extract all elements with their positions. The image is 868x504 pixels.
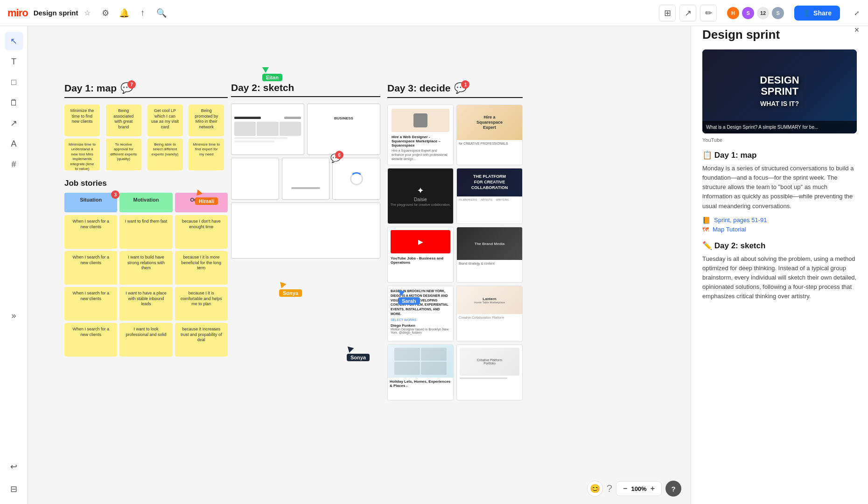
zoom-control: − 100% + [616,481,662,496]
day3-badge: 1 [461,80,469,89]
video-overlay-text: DESIGN SPRINTWHAT IS IT? [741,75,819,109]
sprint-pages-link[interactable]: 📙 Sprint, pages 51-91 [702,217,857,224]
story4-motivation: I want to look professional and solid [119,323,172,357]
sticky-goal-8: Minimize time to find expert for my need [189,139,224,170]
draw-tool[interactable]: ↗ [5,114,23,133]
story3-situation: When I search for a new clients [64,287,117,321]
share-upload-icon[interactable]: ↑ [135,6,150,21]
sticky-goal-1: Minimize the time to find new clients [64,105,100,136]
sticky-goal-4: Being promoted by Miro in their network [189,105,224,136]
avatars: H S 12 S [726,6,785,20]
map-tutorial-link[interactable]: 🗺 Map Tutorial [702,226,857,233]
story3-motivation: I want to have a place with stable inbou… [119,287,172,321]
wireframe-grid-top: BUSINESS [231,104,380,155]
wireframe-4 [282,158,330,200]
thumb-daisie: ✦ Daisie The playground for creative col… [387,168,454,224]
story2-situation: When I search for a new clients [64,251,117,285]
day3-section: Day 3: decide 💬 1 Hire a Web Designer - … [387,82,523,400]
topbar-icons: ⚙ 🔔 ↑ 🔍 [98,6,169,21]
wireframe-1 [231,104,304,155]
thumb-holiday: Holiday Lets, Homes, Experiences & Place… [387,344,454,400]
panel-settings-icon[interactable]: 📌 [849,0,864,4]
comment-badge-day2[interactable]: 💬 6 [330,153,341,163]
grid-tool[interactable]: ⊞ [659,5,676,21]
story2-motivation: I want to build have strong relations wi… [119,251,172,285]
canvas: Eitan Himali Sonya Sonya Sarah Day 1: ma… [28,26,691,504]
decide-thumbnails: Hire a Web Designer - Squarespace Market… [387,105,523,400]
star-icon[interactable]: ☆ [84,8,91,17]
shape-tool[interactable]: □ [5,73,23,91]
search-icon[interactable]: 🔍 [154,6,169,21]
day1-badge: 7 [127,80,136,89]
help-button[interactable]: ? [665,481,681,497]
right-panel: 📌 Note ↑ ⤢ ✕ Design sprint DESIGN SPRINT… [691,0,868,504]
wireframe-6 [231,203,380,259]
text-tool[interactable]: T [5,52,23,71]
pen-tool[interactable]: ✏ [700,5,717,21]
situation-header: Situation 3 [64,193,117,212]
share-icon: 👤 [803,9,811,17]
avatar-3: S [771,6,785,20]
undo-tool[interactable]: ↩ [5,457,23,476]
letter-tool[interactable]: A [5,134,23,153]
wireframe-3 [231,158,279,200]
zoom-out-button[interactable]: − [621,484,629,493]
board-toggle[interactable]: ⊟ [5,480,23,498]
bottom-bar: 😊 ? − 100% + ? [587,481,681,497]
share-button[interactable]: 👤 Share [794,6,840,21]
thumb-youtube-jobs: ▶ YouTube Jobs - Business and Operations [387,227,454,283]
video-caption: YouTube [702,137,857,143]
wireframe-grid-mid: 💬 6 [231,158,380,200]
day1-description: Monday is a series of structured convers… [702,164,857,211]
avatar-2: S [741,6,755,20]
story4-outcome: because it increases trust and propabili… [175,323,228,357]
day3-comment[interactable]: 💬 1 [454,82,467,94]
sticky-tool[interactable]: 🗒 [5,93,23,112]
day1-title: Day 1: map [64,83,117,94]
settings-icon[interactable]: ⚙ [98,6,113,21]
emoji-reaction-button[interactable]: 😊 [587,481,603,497]
day3-title: Day 3: decide [387,83,450,94]
day2-title: Day 2: sketch [231,82,294,93]
day2-section: Day 2: sketch [231,82,380,259]
share-label: Share [813,9,832,17]
thumb-squarespace1: Hire a Web Designer - Squarespace Market… [387,105,454,165]
story-row-4: When I search for a new clients I want t… [64,323,228,357]
map-icon: 🗺 [702,226,709,233]
thumb-creative: THE PLATFORMFOR CREATIVECOLLABORATION FI… [456,168,523,224]
goal-row2: Minimize time to understand a new tool M… [64,139,228,170]
story1-outcome: because I don't have enought time [175,215,228,249]
motivation-header: Motivation [119,193,172,212]
cursor-himali: Himali [195,191,218,205]
center-tools: ⊞ ↗ ✏ [659,5,717,21]
sticky-goal-3: Get cool LP which I can use as my visit … [147,105,183,136]
close-icon[interactable]: ✕ [849,22,864,37]
select-tool[interactable]: ↖ [5,32,23,50]
frame-tool[interactable]: # [5,155,23,174]
sticky-goal-6: To receive approval for different expert… [106,139,141,170]
day1-comment[interactable]: 💬 7 [120,82,133,94]
wireframe-2: BUSINESS [307,104,380,155]
situation-badge: 3 [111,190,119,199]
video-title-overlay: What is a Design Sprint? A simple SUMMAR… [702,121,857,133]
avatar-count: 12 [756,6,770,20]
expand-tools[interactable]: » [5,306,23,325]
left-toolbar: ↖ T □ 🗒 ↗ A # » ↩ ⊟ [0,26,28,504]
story2-outcome: because I it is more beneficial for the … [175,251,228,285]
sticky-goal-2: Being associated with great brand [106,105,141,136]
expand-icon[interactable]: ⤢ [849,6,864,21]
day2-description: Tuesday is all about solving the problem… [702,254,857,301]
select-tool[interactable]: ↗ [679,5,696,21]
zoom-in-button[interactable]: + [649,484,657,493]
day1-section: Day 1: map 💬 7 Minimize the time to find… [64,82,228,357]
cursor-sonya1: Sonya [279,283,302,297]
help-icon[interactable]: ? [607,483,612,495]
story-row-1: When I search for a new clients I want t… [64,215,228,249]
sticky-goal-7: Being able to select different experts (… [147,139,183,170]
job-stories-title: Job stories [64,179,228,188]
thumb-brooklyn: BASED IN BROOKLYN NEW YORK, DIEGO IS A M… [387,286,454,342]
day1-section-heading: 📋 Day 1: map [702,150,857,160]
notification-icon[interactable]: 🔔 [117,6,132,21]
video-thumbnail[interactable]: DESIGN SPRINTWHAT IS IT? ▶ What is a Des… [702,49,857,133]
sticky-goal-5: Minimize time to understand a new tool M… [64,139,100,170]
